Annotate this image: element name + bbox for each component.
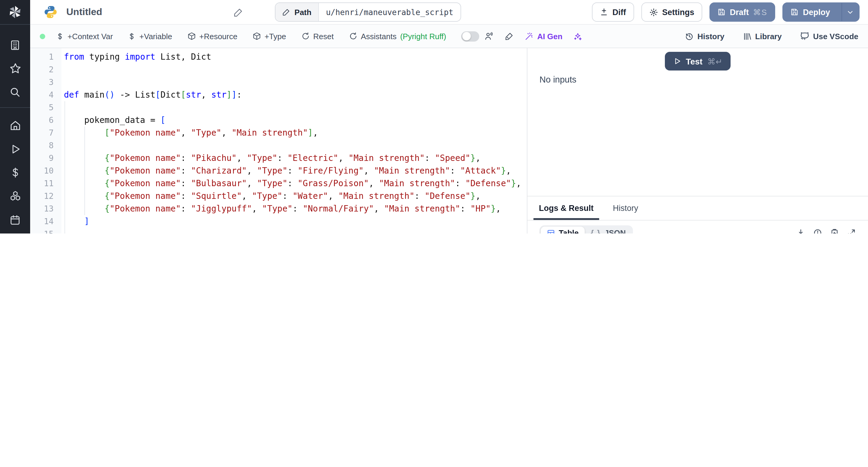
test-button[interactable]: Test ⌘↵ [664, 52, 731, 70]
add-context-var-button[interactable]: +Context Var [56, 32, 113, 41]
settings-button[interactable]: Settings [641, 2, 702, 22]
download-result-button[interactable] [796, 228, 805, 234]
assistants-status: (Pyright Ruff) [400, 32, 446, 41]
result-body: Table { } JSON [527, 221, 868, 234]
ai-autocomplete-button[interactable] [573, 32, 582, 41]
result-info-button[interactable] [813, 228, 822, 234]
code-line[interactable]: 10 {"Pokemon name": "Charizard", "Type":… [30, 164, 527, 177]
sidebar-item-favorites[interactable] [0, 57, 30, 80]
save-icon [717, 8, 726, 16]
code-text: pokemon_data = [ [61, 114, 527, 127]
code-line[interactable]: 13 {"Pokemon name": "Jigglypuff", "Type"… [30, 203, 527, 215]
history-clock-icon [685, 32, 694, 41]
add-context-var-label: +Context Var [67, 32, 113, 41]
result-tabs: Logs & Result History [527, 196, 868, 221]
tab-history[interactable]: History [608, 196, 644, 220]
line-number: 3 [30, 76, 61, 89]
octocat-icon [800, 31, 809, 41]
wand-icon [524, 32, 533, 41]
view-json-button[interactable]: { } JSON [585, 226, 632, 234]
copy-result-button[interactable] [830, 228, 839, 234]
dollar-icon [9, 167, 21, 178]
sidebar-item-variables[interactable] [0, 161, 30, 184]
reset-button[interactable]: Reset [301, 32, 334, 41]
deploy-button[interactable]: Deploy [782, 2, 860, 22]
multiplayer-button[interactable] [484, 31, 494, 41]
code-line[interactable]: 8 [30, 139, 527, 152]
diff-label: Diff [613, 7, 626, 17]
code-lines: 1from typing import List, Dict234def mai… [30, 51, 527, 234]
pencil-icon [233, 7, 243, 17]
add-type-button[interactable]: +Type [253, 32, 286, 41]
python-language-icon [43, 5, 58, 19]
add-resource-button[interactable]: +Resource [187, 32, 237, 41]
code-text: {"Pokemon name": "Bulbasaur", "Type": "G… [61, 177, 527, 190]
code-line[interactable]: 3 [30, 76, 527, 89]
add-resource-label: +Resource [199, 32, 237, 41]
ai-gen-label: AI Gen [537, 32, 562, 41]
code-line[interactable]: 7 ["Pokemon name", "Type", "Main strengt… [30, 127, 527, 139]
table-icon [547, 229, 555, 234]
user-voice-icon [484, 31, 494, 41]
script-path-field[interactable]: Path u/henri/maneuverable_script [275, 2, 461, 22]
line-number: 9 [30, 152, 61, 164]
code-text [61, 139, 527, 152]
result-view-switch: Table { } JSON [539, 225, 633, 234]
code-line[interactable]: 15 [30, 228, 527, 234]
line-number: 10 [30, 164, 61, 177]
code-editor[interactable]: 1from typing import List, Dict234def mai… [30, 48, 527, 234]
draft-label: Draft [730, 7, 749, 17]
sidebar-divider [0, 107, 30, 108]
pencil-icon [282, 8, 290, 16]
editor-toolbar: +Context Var +Variable +Resource +Type R… [30, 25, 868, 48]
diff-button[interactable]: Diff [592, 2, 634, 22]
sidebar-item-runs[interactable] [0, 137, 30, 161]
library-label: Library [755, 32, 782, 41]
line-number: 2 [30, 63, 61, 76]
sidebar-item-home[interactable] [0, 114, 30, 137]
home-icon [9, 119, 22, 132]
add-type-label: +Type [265, 32, 286, 41]
expand-result-button[interactable] [847, 228, 856, 234]
page-title: Untitled [66, 7, 102, 18]
history-label: History [698, 32, 724, 41]
sidebar-item-schedules[interactable] [0, 208, 30, 231]
tab-logs-result[interactable]: Logs & Result [533, 196, 599, 220]
use-vscode-button[interactable]: Use VScode [800, 31, 858, 41]
draft-button[interactable]: Draft ⌘S [710, 2, 775, 22]
sparkles-icon [573, 32, 582, 41]
code-line[interactable]: 1from typing import List, Dict [30, 51, 527, 63]
windmill-logo[interactable] [0, 0, 30, 25]
no-inputs-text: No inputs [539, 75, 868, 84]
assistant-toggle[interactable] [461, 31, 479, 41]
line-number: 8 [30, 139, 61, 152]
add-variable-button[interactable]: +Variable [128, 32, 173, 41]
sidebar-item-workspace[interactable] [0, 33, 30, 57]
ai-gen-button[interactable]: AI Gen [524, 32, 562, 41]
code-line[interactable]: 14 ] [30, 215, 527, 228]
sidebar-item-search[interactable] [0, 80, 30, 104]
windmill-logo-icon [7, 4, 23, 20]
format-button[interactable] [504, 32, 514, 41]
code-line[interactable]: 4def main() -> List[Dict[str, str]]: [30, 89, 527, 101]
reset-label: Reset [313, 32, 334, 41]
settings-label: Settings [662, 7, 694, 17]
clipboard-arrow-icon [830, 228, 839, 234]
view-table-button[interactable]: Table [541, 226, 585, 234]
code-line[interactable]: 2 [30, 63, 527, 76]
code-line[interactable]: 11 {"Pokemon name": "Bulbasaur", "Type":… [30, 177, 527, 190]
code-text [61, 228, 527, 234]
draft-shortcut: ⌘S [753, 7, 767, 17]
code-line[interactable]: 5 [30, 101, 527, 114]
history-button[interactable]: History [685, 32, 724, 41]
line-number: 13 [30, 203, 61, 215]
edit-summary-button[interactable] [233, 7, 243, 17]
sidebar-item-resources[interactable] [0, 184, 30, 208]
package-icon [253, 32, 261, 40]
deploy-menu-button[interactable] [841, 3, 859, 21]
assistants-button[interactable]: Assistants (Pyright Ruff) [349, 32, 446, 41]
library-button[interactable]: Library [743, 32, 782, 41]
code-line[interactable]: 12 {"Pokemon name": "Squirtle", "Type": … [30, 190, 527, 203]
code-line[interactable]: 9 {"Pokemon name": "Pikachu", "Type": "E… [30, 152, 527, 164]
code-line[interactable]: 6 pokemon_data = [ [30, 114, 527, 127]
